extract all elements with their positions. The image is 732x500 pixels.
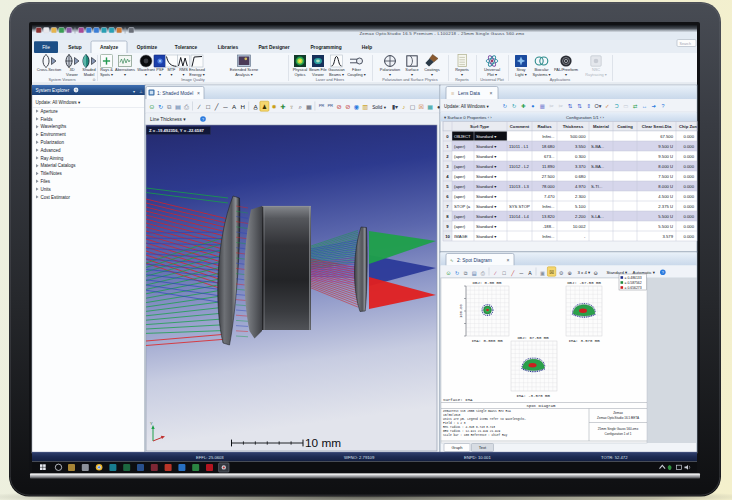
svg-text:Material: Material <box>593 124 609 129</box>
svg-text:ᴾᴿ: ᴾᴿ <box>328 103 334 110</box>
svg-text:⊘: ⊘ <box>345 103 350 110</box>
svg-text:IMA: 0.000 mm: IMA: 0.000 mm <box>471 339 503 343</box>
svg-text:⊙: ⊙ <box>149 103 154 110</box>
svg-text:▾: ▾ <box>565 72 567 77</box>
svg-text:Libraries: Libraries <box>218 45 239 50</box>
svg-text:System Viewers: System Viewers <box>48 78 75 82</box>
svg-text:Standard ▾: Standard ▾ <box>476 224 497 229</box>
svg-text:0.000: 0.000 <box>684 134 695 139</box>
svg-text:□: □ <box>206 103 210 110</box>
svg-text:4.500 U: 4.500 U <box>658 194 673 199</box>
svg-text:Units are µm. Legend items re: Units are µm. Legend items refer to Wave… <box>443 417 527 421</box>
svg-text:Laser and Fibers: Laser and Fibers <box>316 78 345 82</box>
svg-text:Analysis ▾: Analysis ▾ <box>235 72 253 77</box>
svg-text:Update: All Windows ▾: Update: All Windows ▾ <box>36 100 82 105</box>
svg-text:Cost Estimator: Cost Estimator <box>41 195 71 200</box>
svg-text:⇕: ⇕ <box>586 103 591 109</box>
svg-text:10.002: 10.002 <box>573 224 586 229</box>
svg-text:Surf:Type: Surf:Type <box>470 124 490 129</box>
svg-text:0.000: 0.000 <box>684 214 695 219</box>
svg-text:⊙: ⊙ <box>446 270 450 276</box>
svg-text:O▾: O▾ <box>595 103 602 109</box>
svg-text:↔: ↔ <box>642 103 647 109</box>
svg-text:Material Catalogs: Material Catalogs <box>41 163 77 168</box>
svg-text:?: ? <box>662 271 664 275</box>
svg-text:Aperture: Aperture <box>41 109 59 114</box>
svg-text:(aper): (aper) <box>454 174 466 179</box>
svg-text:5.500 U: 5.500 U <box>658 214 673 219</box>
svg-text:27.500: 27.500 <box>542 174 555 179</box>
svg-text:11.890: 11.890 <box>542 164 555 169</box>
svg-text:10/30/2013: 10/30/2013 <box>443 413 461 417</box>
svg-text:Fields: Fields <box>41 117 54 122</box>
svg-text:SYS STOP: SYS STOP <box>509 204 530 209</box>
svg-text:⌕: ⌕ <box>299 103 302 110</box>
svg-text:10: 10 <box>445 234 450 239</box>
svg-text:Systems ▾: Systems ▾ <box>533 72 551 77</box>
svg-text:▾: ▾ <box>461 72 463 77</box>
svg-text:TOTR: 52.472: TOTR: 52.472 <box>601 455 628 460</box>
svg-text:✂: ✂ <box>559 103 564 109</box>
svg-text:▾: ▾ <box>133 89 135 94</box>
svg-text:11012 - L2: 11012 - L2 <box>509 164 529 169</box>
svg-text:×: × <box>197 90 200 96</box>
svg-text:-188...: -188... <box>543 224 555 229</box>
svg-text:Infini...: Infini... <box>542 234 554 239</box>
svg-text:3.579: 3.579 <box>663 234 674 239</box>
svg-text:A: A <box>528 270 532 276</box>
svg-text:ENPD: 10.001: ENPD: 10.001 <box>464 455 491 460</box>
svg-text:Infini...: Infini... <box>542 134 554 139</box>
svg-text:1: Shaded Model: 1: Shaded Model <box>157 91 193 96</box>
svg-text:Standard ▾: Standard ▾ <box>476 194 497 199</box>
svg-text:Coupling ▾: Coupling ▾ <box>347 72 365 77</box>
svg-text:▾: ▾ <box>124 72 126 77</box>
svg-text:↻: ↻ <box>503 103 508 109</box>
svg-text:▥: ▥ <box>362 103 368 110</box>
svg-text:EFFL: 25.0603: EFFL: 25.0603 <box>196 455 224 460</box>
svg-text:?: ? <box>202 118 204 122</box>
svg-text:▤: ▤ <box>175 103 181 110</box>
svg-text:S-BA...: S-BA... <box>591 144 604 149</box>
svg-text:11011 - L1: 11011 - L1 <box>509 144 529 149</box>
svg-text:✚: ✚ <box>280 103 285 110</box>
svg-text:100.00: 100.00 <box>459 304 463 317</box>
svg-text:2.375 U: 2.375 U <box>658 204 673 209</box>
svg-text:S-TI...: S-TI... <box>591 184 602 189</box>
svg-text:Scale bar : 100 Referen: Scale bar : 100 Reference : Chief Ray <box>443 433 507 437</box>
svg-text:Energy ▾: Energy ▾ <box>189 72 204 77</box>
svg-text:78.000: 78.000 <box>542 184 555 189</box>
svg-text:0.000: 0.000 <box>684 194 695 199</box>
svg-text:IMA: 3.570 mm: IMA: 3.570 mm <box>568 339 600 343</box>
svg-text:⚙: ⚙ <box>559 270 564 276</box>
svg-text:Thickness: Thickness <box>563 124 584 129</box>
svg-text:Polarization and Surface Physi: Polarization and Surface Physics <box>382 78 438 82</box>
svg-text:18.680: 18.680 <box>542 144 555 149</box>
svg-text:☒: ☒ <box>419 104 424 110</box>
svg-text:Zemax OpticStudio 16.5 BETA: Zemax OpticStudio 16.5 BETA <box>597 416 640 420</box>
svg-text:Spots ▾: Spots ▾ <box>100 72 113 77</box>
svg-text:Infini...: Infini... <box>542 204 554 209</box>
svg-text:0.000: 0.000 <box>684 154 695 159</box>
svg-text:Environment: Environment <box>41 132 67 137</box>
svg-text:✂: ✂ <box>549 103 554 109</box>
svg-text:Surface: IMA: Surface: IMA <box>443 398 473 402</box>
svg-text:(aper): (aper) <box>454 154 466 159</box>
svg-text:Graph: Graph <box>451 445 462 450</box>
svg-text:2: Spot Diagram: 2: Spot Diagram <box>457 258 492 263</box>
svg-text:?: ? <box>75 89 77 93</box>
svg-text:(aper): (aper) <box>454 194 466 199</box>
svg-text:×: × <box>490 90 493 96</box>
svg-text:Ɔ: Ɔ <box>615 103 619 109</box>
svg-text:Lens Data: Lens Data <box>458 91 480 96</box>
svg-text:ᴾᴿ: ᴾᴿ <box>319 103 325 110</box>
svg-text:Optimize: Optimize <box>137 45 158 50</box>
svg-text:0.000: 0.000 <box>684 174 695 179</box>
svg-text:×: × <box>507 257 510 263</box>
svg-text:Line Thickness ▾: Line Thickness ▾ <box>150 117 186 122</box>
svg-text:Standard ▾: Standard ▾ <box>476 154 497 159</box>
svg-text:☒: ☒ <box>549 269 554 275</box>
svg-text:673...: 673... <box>544 154 554 159</box>
svg-text:Ray Aiming: Ray Aiming <box>41 156 64 161</box>
svg-text:Model: Model <box>84 72 95 77</box>
svg-text:25mm Single Gauss 560.zmx: 25mm Single Gauss 560.zmx <box>598 427 639 431</box>
